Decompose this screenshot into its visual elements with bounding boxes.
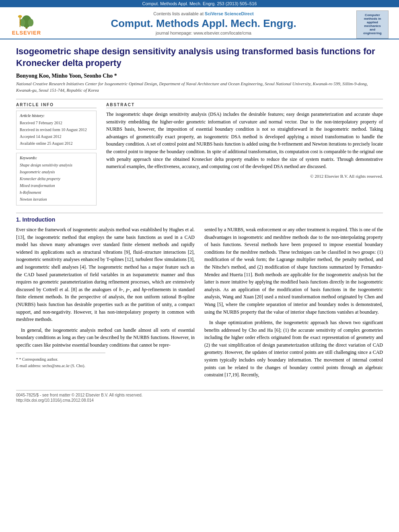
abstract-text: The isogeometric shape design sensitivit… bbox=[106, 111, 383, 170]
divider-1 bbox=[16, 99, 383, 99]
journal-header: ELSEVIER Contents lists available at Sci… bbox=[0, 7, 399, 39]
paper-title: Isogeometric shape design sensitivity an… bbox=[16, 46, 383, 69]
journal-cover-thumbnail: Computermethods inappliedmechanicsandeng… bbox=[356, 10, 389, 39]
body-two-col: Ever since the framework of isogeometric… bbox=[16, 226, 383, 382]
keywords-label: Keywords: bbox=[20, 156, 93, 160]
footnote-divider bbox=[16, 353, 105, 353]
elsevier-tree-icon bbox=[14, 14, 39, 29]
corr-star-line: * * Corresponding author. bbox=[16, 356, 195, 363]
journal-title-main: Comput. Methods Appl. Mech. Engrg. bbox=[55, 18, 352, 29]
sciverse-prefix: Contents lists available at bbox=[153, 11, 205, 16]
keyword-1: Shape design sensitivity analysis bbox=[20, 162, 93, 168]
thumb-title-text: Computermethods inappliedmechanicsandeng… bbox=[363, 13, 381, 35]
intro-para-2: In general, the isogeometric analysis me… bbox=[16, 327, 195, 349]
main-content: Isogeometric shape design sensitivity an… bbox=[0, 39, 399, 410]
affiliation-text: National Creative Research Initiatives C… bbox=[16, 81, 383, 93]
keyword-5: h-Refinement bbox=[20, 189, 93, 196]
svg-rect-4 bbox=[26, 27, 27, 29]
sciverse-link[interactable]: SciVerse ScienceDirect bbox=[205, 11, 254, 16]
corresponding-author-note: * * Corresponding author. E-mail address… bbox=[16, 353, 195, 369]
elsevier-logo-area: ELSEVIER bbox=[6, 14, 51, 36]
keyword-6: Newton iteration bbox=[20, 196, 93, 203]
article-info-label: ARTICLE INFO bbox=[16, 103, 97, 108]
intro-heading: 1. Introduction bbox=[16, 216, 383, 223]
journal-citation-bar: Comput. Methods Appl. Mech. Engrg. 253 (… bbox=[0, 0, 399, 7]
copyright-text: © 2012 Elsevier B.V. All rights reserved… bbox=[106, 174, 383, 179]
star-symbol: * bbox=[16, 357, 18, 362]
authors-line: Bonyong Koo, Minho Yoon, Seonho Cho * bbox=[16, 73, 383, 79]
elsevier-logo: ELSEVIER bbox=[6, 14, 47, 36]
footer-line-2: http://dx.doi.org/10.1016/j.cma.2012.08.… bbox=[16, 398, 383, 403]
body-col-left: Ever since the framework of isogeometric… bbox=[16, 226, 195, 382]
email-line: E-mail address: secho@snu.ac.kr (S. Cho)… bbox=[16, 363, 195, 369]
intro-para-4: In shape optimization problems, the isog… bbox=[204, 319, 383, 379]
svg-rect-5 bbox=[20, 16, 21, 27]
corr-label: * Corresponding author. bbox=[19, 357, 58, 362]
keyword-4: Mixed transformation bbox=[20, 182, 93, 189]
journal-title-area: Contents lists available at SciVerse Sci… bbox=[55, 11, 352, 38]
available-date: Available online 25 August 2012 bbox=[20, 140, 93, 147]
history-label: Article history: bbox=[20, 113, 93, 118]
revised-date: Received in revised form 10 August 2012 bbox=[20, 126, 93, 133]
authors-text: Bonyong Koo, Minho Yoon, Seonho Cho * bbox=[16, 73, 117, 79]
body-col-right: sented by a NURBS, weak enforcement or a… bbox=[204, 226, 383, 382]
page-footer: 0045-7825/$ - see front matter © 2012 El… bbox=[16, 390, 383, 403]
sciverse-line: Contents lists available at SciVerse Sci… bbox=[55, 11, 352, 16]
abstract-label: ABSTRACT bbox=[106, 103, 383, 108]
journal-homepage: journal homepage: www.elsevier.com/locat… bbox=[55, 31, 352, 35]
info-abstract-section: ARTICLE INFO Article history: Received 7… bbox=[16, 103, 383, 205]
article-history-block: Article history: Received 7 February 201… bbox=[16, 111, 97, 150]
received-date: Received 7 February 2012 bbox=[20, 119, 93, 126]
keywords-block: Keywords: Shape design sensitivity analy… bbox=[16, 153, 97, 205]
svg-point-6 bbox=[18, 15, 22, 18]
divider-2 bbox=[16, 213, 383, 213]
journal-thumbnail-area: Computermethods inappliedmechanicsandeng… bbox=[356, 10, 393, 39]
intro-para-3: sented by a NURBS, weak enforcement or a… bbox=[204, 226, 383, 316]
intro-para-1: Ever since the framework of isogeometric… bbox=[16, 226, 195, 323]
accepted-date: Accepted 14 August 2012 bbox=[20, 133, 93, 140]
keyword-3: Kronecker delta property bbox=[20, 175, 93, 182]
elsevier-brand-text: ELSEVIER bbox=[12, 30, 41, 36]
abstract-column: ABSTRACT The isogeometric shape design s… bbox=[106, 103, 383, 205]
article-info-column: ARTICLE INFO Article history: Received 7… bbox=[16, 103, 97, 205]
svg-point-3 bbox=[28, 18, 33, 26]
keyword-2: Isogeometric analysis bbox=[20, 168, 93, 175]
journal-citation-text: Comput. Methods Appl. Mech. Engrg. 253 (… bbox=[142, 1, 257, 6]
footer-line-1: 0045-7825/$ - see front matter © 2012 El… bbox=[16, 393, 383, 397]
